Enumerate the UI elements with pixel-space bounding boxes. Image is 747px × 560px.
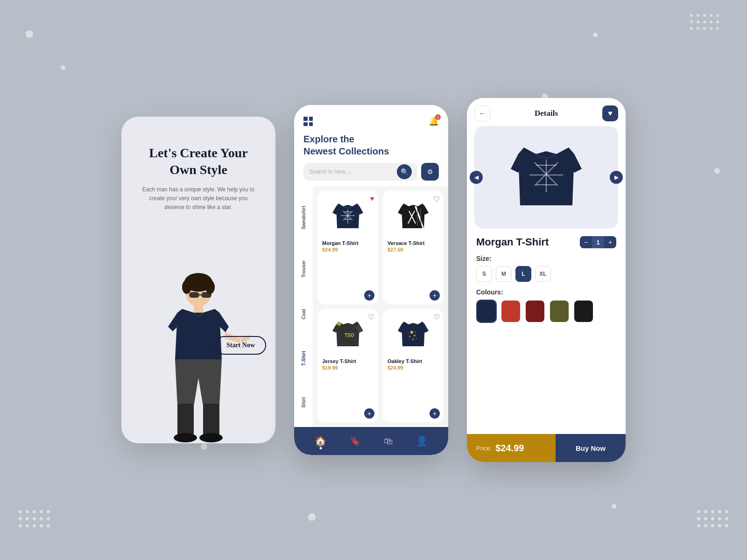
quantity-increase[interactable]: +	[604, 236, 616, 248]
grid-menu-icon[interactable]	[303, 117, 313, 126]
product-heart-1[interactable]: ♥	[370, 195, 375, 203]
screen-details: ← Details ♥ ◀ ▶ Morgan T-S	[467, 98, 626, 462]
product-heart-2[interactable]: ♡	[433, 195, 440, 203]
svg-point-3	[205, 280, 215, 294]
size-m[interactable]: M	[496, 266, 512, 282]
search-icon[interactable]: 🔍	[397, 164, 412, 179]
filter-button[interactable]: ⚙	[421, 163, 439, 181]
quantity-decrease[interactable]: −	[580, 236, 592, 248]
next-product-button[interactable]: ▶	[610, 171, 623, 184]
notification-badge: 2	[435, 114, 441, 120]
svg-point-26	[409, 336, 411, 337]
add-to-cart-2[interactable]: +	[430, 290, 440, 301]
colour-olive[interactable]	[549, 300, 570, 323]
category-sidebar: Sweatshirt Trouser Coat T-Shirt Shirt	[294, 186, 313, 427]
search-box[interactable]: Search in here.... 🔍	[303, 163, 417, 181]
quantity-control: − 1 +	[580, 236, 616, 248]
screen-browse: 🔔 2 Explore the Newest Collections Searc…	[294, 105, 448, 455]
svg-point-25	[414, 335, 416, 336]
svg-point-30	[408, 333, 409, 334]
prev-product-button[interactable]: ◀	[470, 171, 483, 184]
add-to-cart-4[interactable]: +	[430, 408, 440, 419]
main-product-image	[509, 135, 584, 219]
svg-rect-5	[201, 292, 211, 298]
category-tshirt[interactable]: T-Shirt	[299, 347, 308, 370]
product-image-4	[388, 314, 439, 356]
svg-point-11	[174, 433, 197, 442]
quantity-value: 1	[592, 236, 604, 248]
product-image-1	[322, 196, 374, 238]
svg-point-28	[412, 338, 414, 340]
details-footer: Price: $24.99 Buy Now	[467, 434, 626, 462]
intro-title: Let's Create Your Own Style	[149, 145, 248, 179]
size-options: S M L XL	[476, 266, 616, 282]
search-row: Search in here.... 🔍 ⚙	[303, 163, 439, 181]
svg-rect-4	[189, 292, 199, 298]
colour-options	[476, 300, 616, 323]
start-now-button[interactable]: Start Now	[215, 336, 266, 355]
svg-point-29	[416, 338, 417, 339]
svg-point-12	[199, 433, 223, 442]
svg-rect-7	[194, 305, 203, 313]
intro-subtitle: Each man has a unique style. We help you…	[135, 185, 261, 212]
category-shirt[interactable]: Shirt	[299, 393, 308, 412]
product-image-2	[388, 196, 439, 238]
colour-navy[interactable]	[476, 300, 497, 323]
product-heart-3[interactable]: ♡	[368, 313, 374, 322]
browse-header: 🔔 2 Explore the Newest Collections Searc…	[294, 105, 448, 186]
browse-body: Sweatshirt Trouser Coat T-Shirt Shirt ♥	[294, 186, 448, 427]
category-sweatshirt[interactable]: Sweatshirt	[299, 202, 308, 233]
back-button[interactable]: ←	[474, 105, 490, 121]
browse-navbar: 🏠 🔖 🛍 👤	[294, 427, 448, 455]
price-label: Price:	[476, 445, 492, 452]
price-value: $24.99	[495, 443, 524, 454]
favourite-button[interactable]: ♥	[602, 105, 618, 121]
colour-dark-red[interactable]	[525, 300, 545, 323]
screens-container: Let's Create Your Own Style Each man has…	[121, 98, 626, 462]
product-card-3: ♡ TSO Jersey T-Shirt $19.99	[317, 309, 378, 422]
category-coat[interactable]: Coat	[299, 305, 308, 323]
details-header: ← Details ♥	[467, 98, 626, 126]
product-name-2: Versace T-Shirt	[388, 240, 439, 246]
add-to-cart-1[interactable]: +	[364, 290, 374, 301]
svg-point-24	[410, 331, 413, 334]
nav-bag[interactable]: 🛍	[384, 436, 393, 447]
details-info: Morgan T-Shirt − 1 + Size: S M L XL Colo…	[467, 229, 626, 434]
svg-rect-10	[203, 404, 219, 436]
product-heart-4[interactable]: ♡	[433, 313, 440, 322]
nav-bookmark[interactable]: 🔖	[349, 435, 361, 447]
product-card: ♥	[317, 191, 378, 304]
add-to-cart-3[interactable]: +	[364, 408, 374, 419]
product-card-4: ♡	[383, 309, 444, 422]
size-xl[interactable]: XL	[535, 266, 551, 282]
product-image-3: TSO	[322, 314, 374, 356]
product-card-2: ♡	[383, 191, 444, 304]
colour-black[interactable]	[573, 300, 594, 323]
nav-user[interactable]: 👤	[416, 435, 428, 447]
browse-heading: Explore the Newest Collections	[303, 133, 439, 157]
buy-now-button[interactable]: Buy Now	[556, 434, 626, 462]
notification-icon[interactable]: 🔔 2	[429, 116, 439, 126]
price-section: Price: $24.99	[467, 434, 556, 462]
category-trouser[interactable]: Trouser	[299, 257, 308, 281]
main-product-name: Morgan T-Shirt	[476, 236, 549, 248]
product-price-1: $24.99	[322, 247, 374, 252]
size-label: Size:	[476, 255, 616, 262]
product-name-4: Oakley T-Shirt	[388, 358, 439, 364]
svg-text:TSO: TSO	[345, 333, 354, 338]
products-grid: ♥	[313, 186, 448, 427]
colour-red[interactable]	[500, 300, 521, 323]
colour-section: Colours:	[476, 288, 616, 323]
browse-top-bar: 🔔 2	[303, 116, 439, 126]
nav-home[interactable]: 🏠	[315, 435, 326, 447]
product-name-3: Jersey T-Shirt	[322, 358, 374, 364]
svg-rect-9	[177, 404, 194, 436]
svg-point-2	[182, 280, 191, 294]
search-placeholder: Search in here....	[309, 168, 393, 175]
details-title: Details	[535, 109, 558, 118]
product-price-4: $24.99	[388, 365, 439, 371]
size-section: Size: S M L XL	[476, 255, 616, 282]
product-price-3: $19.99	[322, 365, 374, 371]
size-l[interactable]: L	[515, 266, 531, 282]
size-s[interactable]: S	[476, 266, 492, 282]
